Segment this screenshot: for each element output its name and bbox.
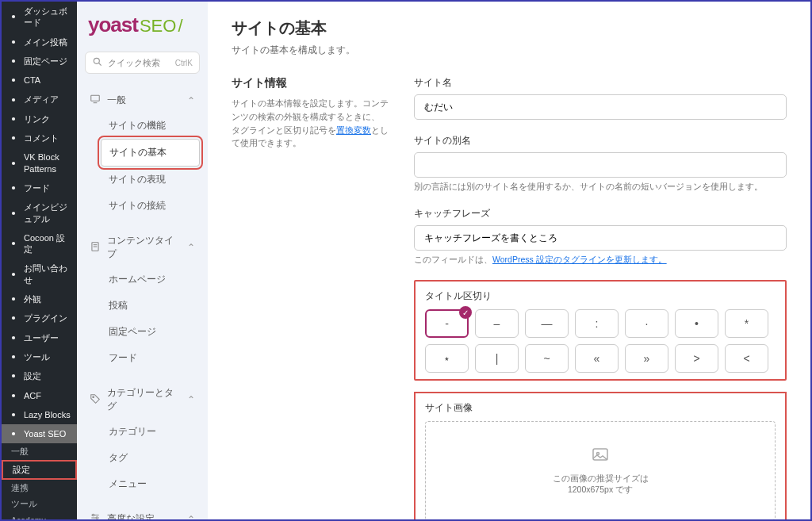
separator-option[interactable]: -	[425, 309, 469, 338]
wp-admin-sidebar: ダッシュボードメイン投稿固定ページCTAメディアリンクコメントVK Block …	[2, 2, 77, 519]
yoast-nav-item[interactable]: ホームページ	[101, 266, 200, 293]
image-dropzone[interactable]: この画像の推奨サイズは 1200x675px です	[425, 421, 776, 519]
wp-submenu-item[interactable]: 設定	[2, 460, 77, 480]
svg-point-26	[94, 58, 99, 63]
yoast-nav-item[interactable]: サイトの表現	[101, 167, 200, 193]
site-alias-help: 別の言語には別のサイト名を使用するか、サイトの名前の短いバージョンを使用します。	[414, 182, 787, 193]
wp-menu-item[interactable]: お問い合わせ	[2, 259, 77, 289]
svg-point-13	[12, 316, 15, 320]
wp-menu-item[interactable]: Yoast SEO	[2, 424, 77, 443]
yoast-group-header[interactable]: 一般⌃	[85, 88, 200, 113]
page-title: サイトの基本	[232, 17, 787, 39]
yoast-nav-item[interactable]: メニュー	[101, 471, 200, 497]
separator-option[interactable]: ·	[625, 309, 668, 338]
yoast-nav-item[interactable]: 投稿	[101, 293, 200, 319]
wp-menu-item[interactable]: Lazy Blocks	[2, 405, 77, 424]
separator-option[interactable]: |	[475, 344, 519, 373]
wp-menu-item[interactable]: 固定ページ	[2, 52, 77, 71]
yoast-group-header[interactable]: コンテンツタイプ⌃	[85, 228, 200, 266]
svg-point-38	[96, 517, 98, 519]
yoast-group-header[interactable]: 高度な設定⌃	[85, 507, 200, 519]
chevron-icon: ⌃	[187, 242, 195, 253]
separator-option[interactable]: ⋆	[425, 344, 469, 373]
separator-option[interactable]: <	[725, 344, 768, 373]
site-image-label: サイト画像	[425, 401, 776, 415]
wp-menu-item[interactable]: プラグイン	[2, 308, 77, 328]
user-icon	[8, 332, 19, 343]
image-icon	[589, 446, 611, 465]
separator-option[interactable]: :	[575, 309, 619, 338]
wp-submenu-item[interactable]: 一般	[2, 443, 77, 460]
site-alias-label: サイトの別名	[414, 134, 787, 147]
wp-menu-item[interactable]: VK Block Patterns	[2, 147, 77, 178]
tagline-wp-link[interactable]: WordPress 設定のタグラインを更新します。	[492, 255, 667, 264]
separator-option[interactable]: »	[625, 344, 668, 373]
wp-menu-item[interactable]: コメント	[2, 128, 77, 147]
wp-menu-item[interactable]: メインビジュアル	[2, 197, 77, 228]
wp-menu-item[interactable]: 設定	[2, 366, 77, 385]
separator-option[interactable]: •	[675, 309, 718, 338]
yoast-group-header[interactable]: カテゴリーとタグ⌃	[85, 381, 200, 419]
wp-menu-label: Cocoon 設定	[24, 232, 71, 255]
tool-icon	[8, 351, 19, 362]
svg-point-2	[12, 59, 15, 63]
wp-menu-label: リンク	[24, 113, 50, 125]
yoast-nav-item[interactable]: サイトの基本	[101, 139, 200, 167]
wp-menu-item[interactable]: 外観	[2, 289, 77, 308]
wp-menu-label: メイン投稿	[24, 36, 67, 48]
wp-menu-label: 固定ページ	[24, 56, 67, 67]
svg-point-0	[12, 15, 15, 18]
yoast-nav-item[interactable]: フード	[101, 345, 200, 371]
yoast-icon	[8, 428, 19, 439]
wp-menu-label: メインビジュアル	[24, 201, 71, 224]
tagline-input[interactable]	[414, 225, 787, 251]
chevron-icon: ⌃	[187, 394, 195, 405]
separator-option[interactable]: ~	[525, 344, 569, 373]
separator-option[interactable]: «	[575, 344, 619, 373]
wp-menu-item[interactable]: ユーザー	[2, 328, 77, 347]
food-icon	[8, 182, 19, 193]
yoast-nav-item[interactable]: カテゴリー	[101, 419, 200, 445]
cocoon-icon	[8, 238, 19, 249]
sliders-icon	[90, 512, 101, 519]
separator-option[interactable]: *	[725, 309, 768, 338]
wp-menu-item[interactable]: CTA	[2, 71, 77, 90]
yoast-group-title: カテゴリーとタグ	[107, 386, 181, 413]
site-name-input[interactable]	[414, 94, 787, 120]
svg-point-41	[597, 453, 599, 455]
svg-point-9	[12, 211, 15, 214]
site-image-section: サイト画像 この画像の推奨サイズは 1200x675px です 画像を選択	[414, 392, 787, 519]
wp-menu-label: 設定	[24, 370, 41, 381]
yoast-nav-item[interactable]: サイトの接続	[101, 193, 200, 219]
tagline-label: キャッチフレーズ	[414, 207, 787, 220]
wp-menu-item[interactable]: ツール	[2, 347, 77, 366]
wp-menu-item[interactable]: ACF	[2, 386, 77, 405]
separator-option[interactable]: —	[525, 309, 569, 338]
yoast-nav-item[interactable]: タグ	[101, 445, 200, 471]
tagline-help: このフィールドは、WordPress 設定のタグラインを更新します。	[414, 255, 787, 266]
yoast-nav-item[interactable]: 固定ページ	[101, 319, 200, 345]
yoast-nav-item[interactable]: サイトの機能	[101, 113, 200, 139]
site-alias-input[interactable]	[414, 152, 787, 178]
separator-option[interactable]: >	[675, 344, 718, 373]
wp-menu-item[interactable]: Cocoon 設定	[2, 228, 77, 259]
svg-point-15	[12, 355, 15, 358]
wp-menu-label: ツール	[24, 351, 50, 362]
wp-menu-label: プラグイン	[24, 312, 67, 324]
wp-menu-item[interactable]: ダッシュボード	[2, 2, 77, 33]
title-separator-section: タイトル区切り -–—:·•*⋆|~«»><	[414, 280, 787, 381]
wp-submenu-item[interactable]: ツール	[2, 496, 77, 512]
wp-menu-label: お問い合わせ	[24, 262, 71, 285]
wp-menu-label: Lazy Blocks	[24, 409, 71, 420]
wp-menu-item[interactable]: メディア	[2, 90, 77, 109]
wp-menu-item[interactable]: リンク	[2, 109, 77, 128]
svg-point-19	[12, 432, 15, 435]
wp-menu-item[interactable]: フード	[2, 178, 77, 197]
quick-search-input[interactable]: クイック検索 CtrlK	[85, 52, 200, 74]
wp-submenu-item[interactable]: Academy	[2, 512, 77, 519]
wp-submenu-item[interactable]: 連携	[2, 480, 77, 496]
monitor-icon	[90, 94, 101, 107]
replace-vars-link[interactable]: 置換変数	[336, 125, 371, 135]
separator-option[interactable]: –	[475, 309, 519, 338]
wp-menu-item[interactable]: メイン投稿	[2, 33, 77, 52]
